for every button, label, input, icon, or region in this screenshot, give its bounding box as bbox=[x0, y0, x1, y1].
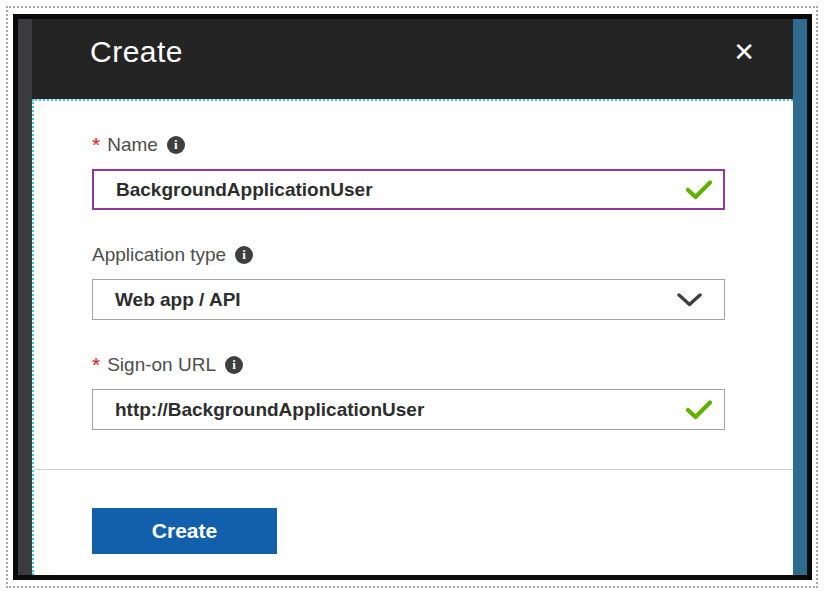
name-input[interactable] bbox=[92, 169, 725, 210]
required-asterisk: * bbox=[92, 355, 100, 375]
name-label: Name bbox=[107, 133, 158, 157]
field-group-signon-url: * Sign-on URL i bbox=[92, 353, 793, 430]
signon-url-label-row: * Sign-on URL i bbox=[92, 353, 793, 377]
left-edge-strip bbox=[18, 19, 32, 575]
required-asterisk: * bbox=[92, 135, 100, 155]
field-group-name: * Name i bbox=[92, 133, 793, 210]
blade-header: Create ✕ bbox=[32, 19, 793, 99]
valid-check-icon bbox=[686, 180, 712, 200]
field-group-application-type: Application type i Web app / API bbox=[92, 243, 793, 320]
close-icon: ✕ bbox=[733, 37, 755, 67]
info-icon[interactable]: i bbox=[235, 246, 253, 264]
create-blade: Create ✕ * Name i bbox=[32, 19, 793, 575]
valid-check-icon bbox=[686, 400, 712, 420]
name-input-wrap bbox=[92, 169, 725, 210]
info-icon[interactable]: i bbox=[167, 136, 185, 154]
page-title: Create bbox=[90, 35, 183, 69]
create-form: * Name i bbox=[34, 101, 793, 463]
create-button[interactable]: Create bbox=[92, 508, 277, 554]
application-type-dropdown[interactable]: Web app / API bbox=[92, 279, 725, 320]
close-button[interactable]: ✕ bbox=[729, 37, 759, 67]
window-frame: Create ✕ * Name i bbox=[13, 14, 812, 580]
blade-footer: Create bbox=[34, 470, 793, 575]
application-type-label-row: Application type i bbox=[92, 243, 793, 267]
application-type-label: Application type bbox=[92, 243, 226, 267]
blade-content-panel: * Name i bbox=[32, 99, 793, 575]
right-edge-strip bbox=[793, 19, 807, 575]
info-icon[interactable]: i bbox=[225, 356, 243, 374]
application-type-selected-value: Web app / API bbox=[115, 289, 241, 311]
signon-url-label: Sign-on URL bbox=[107, 353, 216, 377]
name-label-row: * Name i bbox=[92, 133, 793, 157]
signon-url-input-wrap bbox=[92, 389, 725, 430]
chevron-down-icon bbox=[677, 293, 702, 307]
signon-url-input[interactable] bbox=[92, 389, 725, 430]
